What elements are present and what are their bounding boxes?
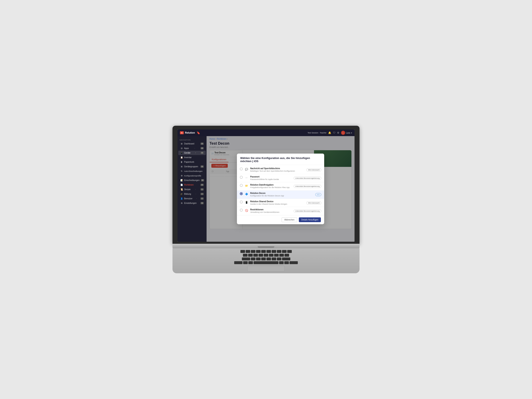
dashboard-icon: ⊞: [180, 143, 183, 145]
modal-overlay: Wählen Sie eine Konfiguration aus, die S…: [207, 136, 355, 242]
config-option-relution-decon[interactable]: 🔷Relution DeconKonfiguration für die Rel…: [237, 190, 324, 199]
config-info-relution-decon: Relution DeconKonfiguration für die Relu…: [250, 192, 314, 197]
config-icon-passwort: ···: [244, 176, 248, 180]
confirm-button[interactable]: Details hinzufügen: [299, 217, 321, 222]
sidebar-label-auto: Auto-Einschreibungen: [184, 170, 203, 172]
dashboard-badge: ⚙: [201, 143, 204, 145]
key: [269, 254, 273, 257]
config-info-passwort: PasswortPasswortrichtlinie für Apple-Ger…: [250, 176, 292, 181]
user-initial: L: [343, 132, 343, 134]
touchpad[interactable]: [247, 266, 285, 272]
top-bar: R Relution 🔖 Test Session - Teacher 🔔 🛡 …: [177, 129, 355, 136]
sidebar-label-apps: Apps: [184, 147, 189, 149]
config-option-shared-device[interactable]: 📱Relution Shared DeviceGeräte in den Sha…: [237, 199, 324, 207]
sidebar-label-papierkorb: Papierkorb: [184, 161, 194, 163]
config-badge-datefreigaben: Unterstützt Benutzerregistrierung: [294, 185, 321, 188]
sidebar-item-skripte[interactable]: 📜 Skripte › ⊙: [178, 187, 206, 192]
sidebar-item-bildung[interactable]: 🎓 Bildung › ⊙: [178, 192, 206, 196]
laptop-screen: R Relution 🔖 Test Session - Teacher 🔔 🛡 …: [177, 129, 355, 242]
bildung-badge: ⊙: [201, 193, 204, 195]
config-desc-nachricht: Beliebigen Text auf dem Sperrbildschirm …: [250, 170, 305, 172]
user-menu[interactable]: L Lara ▾: [341, 131, 352, 135]
key: [285, 254, 289, 257]
config-name-shared-device: Relution Shared Device: [250, 200, 305, 203]
key: [266, 258, 271, 260]
sidebar-item-apps[interactable]: ⊟ Apps › ⚙: [178, 146, 206, 151]
config-info-restriktionen: RestriktionenVerwaltung von Geräterestri…: [250, 209, 292, 214]
sidebar-item-richtlinien[interactable]: 📄 Richtlinien ⚙: [178, 183, 206, 187]
config-desc-shared-device: Geräte in den Shared Device Modus bringe…: [250, 203, 305, 206]
config-option-datefreigaben[interactable]: 📁Relution DateifreigabenFreigabekonfigur…: [237, 182, 324, 190]
key: [256, 250, 261, 253]
user-chevron-icon: ▾: [351, 132, 352, 134]
key: [284, 261, 289, 264]
config-icon-nachricht: 💬: [244, 167, 248, 171]
key: [279, 261, 284, 264]
config-desc-datefreigaben: Freigabekonfiguration für die Relution F…: [250, 186, 292, 189]
config-option-passwort[interactable]: ···PasswortPasswortrichtlinie für Apple-…: [237, 174, 324, 183]
config-badge-passwort: Unterstützt Benutzerregistrierung: [294, 177, 321, 180]
geraete-badge: ⚙: [201, 152, 204, 154]
sidebar-label-konfigurationsprofile: Konfigurationsprofile: [184, 175, 201, 177]
richtlinien-icon: 📄: [180, 184, 183, 186]
config-badge-restriktionen: Unterstützt Benutzerregistrierung: [294, 209, 321, 213]
settings-icon[interactable]: ⚙: [337, 131, 339, 134]
benutzer-arrow-icon: ›: [196, 198, 197, 200]
laptop-notch: [258, 246, 274, 248]
apps-icon: ⊟: [180, 147, 183, 149]
logo-text: Relution: [185, 131, 195, 134]
config-icon-shared-device: 📱: [244, 200, 248, 204]
key: [246, 250, 250, 253]
shield-icon[interactable]: 🛡: [333, 131, 336, 134]
radio-nachricht: [240, 167, 243, 171]
sidebar-item-geraetegruppen[interactable]: ⊞ Gerätegruppen ⚙: [178, 164, 206, 169]
main-layout: NAVIGATION ⊞ Dashboard ⚙ ⊟ Apps › ⚙: [177, 136, 355, 242]
sidebar-item-geraete[interactable]: 📱 Geräte ▾ ⚙: [178, 151, 206, 155]
skripte-icon: 📜: [180, 188, 183, 190]
cancel-button[interactable]: Abbrechen: [282, 217, 297, 222]
konfigurationsprofile-icon: ⚙: [180, 175, 183, 177]
key: [243, 254, 247, 257]
key-shift: [242, 258, 250, 260]
config-option-restriktionen[interactable]: 🚫RestriktionenVerwaltung von Geräterestr…: [237, 207, 324, 215]
config-info-nachricht: Nachricht auf SperrbildschirmBeliebigen …: [250, 167, 305, 172]
sidebar-label-einstellungen: Einstellungen: [184, 202, 196, 204]
modal-footer: Abbrechen Details hinzufügen: [237, 215, 324, 224]
bell-icon[interactable]: 🔔: [328, 131, 331, 134]
keyboard-row-3: [181, 258, 351, 260]
top-bar-right: Test Session - Teacher 🔔 🛡 ⚙ L Lara ▾: [308, 131, 352, 135]
key: [272, 258, 276, 260]
laptop-base: [172, 244, 360, 248]
sidebar-item-inventar[interactable]: 📋 Inventar: [178, 155, 206, 160]
config-badge-nachricht: Wird überwacht: [306, 168, 321, 171]
sidebar-item-konfigurationsprofile[interactable]: ⚙ Konfigurationsprofile: [178, 173, 206, 178]
sidebar-section-label: NAVIGATION: [177, 138, 207, 141]
sidebar-item-dashboard[interactable]: ⊞ Dashboard ⚙: [178, 141, 206, 146]
sidebar: NAVIGATION ⊞ Dashboard ⚙ ⊟ Apps › ⚙: [177, 136, 207, 242]
key: [259, 254, 263, 257]
sidebar-label-geraetegruppen: Gerätegruppen: [184, 165, 198, 168]
radio-datefreigaben: [240, 184, 243, 187]
sidebar-item-auto-einschreibungen[interactable]: ↻ Auto-Einschreibungen: [178, 169, 206, 173]
sidebar-item-papierkorb[interactable]: 🗑 Papierkorb: [178, 160, 206, 164]
config-name-restriktionen: Restriktionen: [250, 209, 292, 211]
einschreibungen-icon: 📝: [180, 179, 183, 181]
keyboard-row-1: [181, 250, 351, 253]
key: [256, 258, 261, 260]
geraete-arrow-icon: ▾: [195, 152, 196, 154]
sidebar-label-bildung: Bildung: [184, 193, 191, 195]
sidebar-label-richtlinien: Richtlinien: [184, 184, 194, 186]
einstellungen-badge: ⚙: [201, 202, 204, 204]
apps-arrow-icon: ›: [195, 147, 195, 149]
config-desc-restriktionen: Verwaltung von Geräterestriktionen: [250, 211, 292, 214]
auto-icon: ↻: [180, 170, 183, 172]
config-option-nachricht[interactable]: 💬Nachricht auf SperrbildschirmBeliebigen…: [237, 166, 324, 174]
geraete-icon: 📱: [180, 152, 183, 154]
config-icon-relution-decon: 🔷: [244, 192, 248, 196]
einstellungen-icon: ⚙: [180, 202, 183, 204]
sidebar-item-einstellungen[interactable]: ⚙ Einstellungen ⚙: [178, 201, 206, 205]
app-logo: R Relution 🔖: [180, 131, 200, 134]
sidebar-label-skripte: Skripte: [184, 188, 190, 190]
sidebar-item-benutzer[interactable]: 👤 Benutzer › ⊙: [178, 196, 206, 201]
sidebar-item-einschreibungen[interactable]: 📝 Einschreibungen ⚙: [178, 178, 206, 183]
